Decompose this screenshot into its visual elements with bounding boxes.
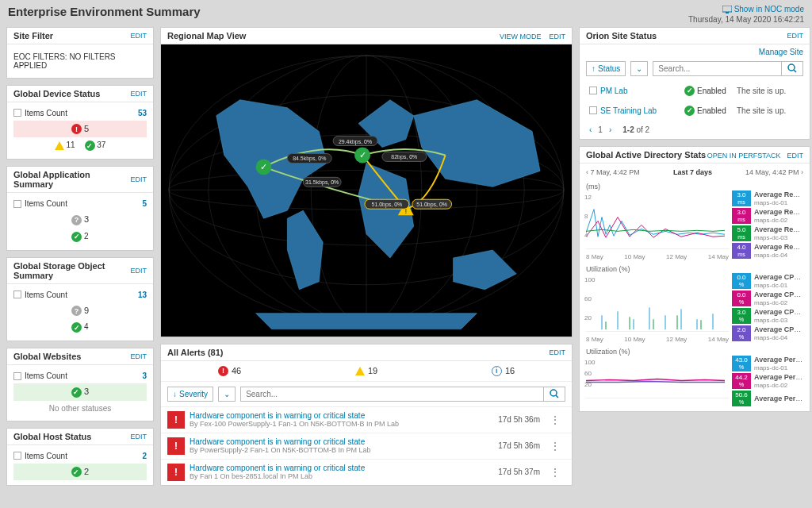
items-count[interactable]: 3 (142, 371, 147, 380)
edit-link[interactable]: EDIT (130, 90, 147, 98)
legend-item[interactable]: 43.0% Average Percen...maps-dc-01 (732, 356, 803, 371)
svg-line-30 (556, 395, 558, 398)
range-from[interactable]: ‹ 7 May, 4:42 PM (586, 168, 640, 176)
site-status-card: Orion Site StatusEDIT Manage Site ↑ Stat… (579, 27, 810, 140)
search-button[interactable] (544, 387, 565, 402)
legend-badge: 5.0ms (732, 225, 751, 241)
tab-critical[interactable]: !46 (218, 366, 241, 376)
svg-text:82bps, 0%: 82bps, 0% (391, 154, 417, 160)
edit-link[interactable]: EDIT (787, 152, 803, 160)
noc-mode-link[interactable]: Show in NOC mode (722, 5, 804, 13)
page-prev[interactable]: ‹ (589, 125, 592, 134)
edit-link[interactable]: EDIT (130, 175, 147, 183)
status-dropdown[interactable]: ⌄ (630, 61, 648, 76)
ok-icon: ✓ (71, 232, 82, 242)
ok-stat[interactable]: ✓ 4 (71, 322, 88, 333)
items-icon (13, 200, 21, 208)
edit-link[interactable]: EDIT (130, 433, 147, 441)
svg-text:51.0bps, 0%: 51.0bps, 0% (372, 202, 403, 208)
ok-strip[interactable]: ✓ 2 (13, 464, 147, 481)
error-icon: ! (167, 437, 185, 455)
range-label[interactable]: Last 7 days (673, 168, 712, 176)
items-label: Items Count (25, 371, 67, 380)
items-count[interactable]: 2 (142, 452, 147, 460)
site-row[interactable]: SE Training Lab ✓Enabled The site is up. (586, 101, 803, 121)
edit-link[interactable]: EDIT (549, 348, 565, 356)
page-next[interactable]: › (609, 125, 611, 134)
items-label: Items Count (25, 199, 67, 208)
legend-item[interactable]: 50.6% Average Percen... (732, 391, 803, 406)
ok-icon: ✓ (71, 467, 82, 477)
error-icon: ! (71, 124, 82, 134)
memory-chart[interactable]: 1006020 (586, 359, 729, 398)
alert-title[interactable]: Hardware component is in warning or crit… (190, 411, 493, 420)
legend-item[interactable]: 4.0ms Average Respo...maps-dc-04 (732, 243, 803, 259)
status-sort-button[interactable]: ↑ Status (586, 61, 626, 76)
legend-badge: 0.0% (732, 291, 751, 306)
sites-search-input[interactable] (653, 61, 782, 76)
legend-item[interactable]: 2.0% Average CPU Lo...maps-dc-04 (732, 325, 803, 341)
edit-link[interactable]: EDIT (130, 267, 147, 275)
alerts-search-input[interactable] (240, 387, 544, 402)
card-title: Global Active Directory Stats (586, 150, 706, 160)
search-button[interactable] (782, 61, 803, 76)
edit-link[interactable]: EDIT (549, 33, 565, 40)
error-icon: ! (218, 366, 228, 376)
tab-info[interactable]: i16 (492, 366, 515, 376)
items-label: Items Count (25, 291, 67, 299)
chart1-unit: (ms) (580, 181, 810, 190)
card-title: Global Host Status (13, 432, 91, 441)
ok-strip[interactable]: ✓ 3 (13, 383, 147, 401)
unknown-strip[interactable]: ? 3 (13, 211, 147, 229)
tab-warning[interactable]: 19 (355, 366, 377, 376)
card-title: Global Device Status (13, 89, 100, 98)
alert-meta: By PowerSupply-2 Fan-1 On N5K-BOTTOM-B I… (190, 446, 493, 454)
items-icon (13, 452, 21, 460)
site-desc: The site is up. (737, 106, 800, 115)
edit-link[interactable]: EDIT (130, 352, 147, 360)
legend-item[interactable]: 0.0% Average CPU Lo...maps-dc-01 (732, 273, 803, 289)
view-mode-link[interactable]: VIEW MODE (500, 33, 542, 40)
legend-item[interactable]: 0.0% Average CPU Lo...maps-dc-02 (732, 291, 803, 306)
legend-badge: 4.0ms (732, 243, 751, 259)
alert-menu[interactable]: ⋮ (545, 466, 565, 479)
ok-stat[interactable]: ✓ 37 (85, 140, 106, 151)
items-count[interactable]: 53 (138, 109, 147, 117)
legend-item[interactable]: 5.0ms Average Respo...maps-dc-03 (732, 225, 803, 241)
alerts-card: All Alerts (81)EDIT !46 19 i16 ↓ Severit… (160, 344, 573, 486)
severity-dropdown[interactable]: ⌄ (218, 387, 236, 402)
open-perfstack-link[interactable]: OPEN IN PERFSTACK (707, 152, 781, 160)
warn-stat[interactable]: 11 (55, 140, 75, 151)
items-icon (13, 372, 21, 380)
response-chart[interactable]: 1284 (586, 194, 729, 249)
range-to[interactable]: 14 May, 4:42 PM › (745, 168, 803, 176)
world-map[interactable]: ✓ ✓ ! 84.5kbps, 0% 29.4kbps, 0% 82bps, 0… (161, 44, 572, 337)
alert-title[interactable]: Hardware component is in warning or crit… (190, 437, 493, 446)
alert-title[interactable]: Hardware component is in warning or crit… (190, 464, 493, 472)
legend-badge: 43.0% (732, 356, 751, 371)
cpu-chart[interactable]: 1006020 (586, 276, 729, 332)
app-summary-card: Global Application SummaryEDIT Items Cou… (6, 166, 154, 251)
alert-row[interactable]: ! Hardware component is in warning or cr… (161, 406, 572, 433)
alert-menu[interactable]: ⋮ (545, 414, 565, 426)
host-status-card: Global Host StatusEDIT Items Count2 ✓ 2 (6, 428, 154, 487)
legend-item[interactable]: 3.0ms Average Respo...maps-dc-02 (732, 208, 803, 224)
items-count[interactable]: 13 (138, 291, 147, 299)
alert-row[interactable]: ! Hardware component is in warning or cr… (161, 459, 572, 485)
severity-sort-button[interactable]: ↓ Severity (167, 387, 213, 402)
alert-row[interactable]: ! Hardware component is in warning or cr… (161, 433, 572, 459)
websites-card: Global WebsitesEDIT Items Count3 ✓ 3 No … (6, 348, 154, 421)
items-count[interactable]: 5 (142, 199, 147, 208)
legend-item[interactable]: 3.0% Average CPU Lo...maps-dc-03 (732, 308, 803, 324)
edit-link[interactable]: EDIT (130, 32, 147, 40)
legend-item[interactable]: 3.0ms Average Respo...maps-dc-01 (732, 190, 803, 206)
alert-menu[interactable]: ⋮ (545, 440, 565, 452)
legend-item[interactable]: 44.2% Average Percen...maps-dc-02 (732, 373, 803, 389)
unknown-strip[interactable]: ? 9 (13, 302, 147, 320)
site-row[interactable]: PM Lab ✓Enabled The site is up. (586, 81, 803, 101)
critical-strip[interactable]: ! 5 (13, 121, 147, 138)
card-title: All Alerts (81) (167, 348, 224, 357)
manage-site-link[interactable]: Manage Site (580, 44, 810, 56)
ok-stat[interactable]: ✓ 2 (71, 232, 88, 242)
edit-link[interactable]: EDIT (787, 32, 803, 40)
